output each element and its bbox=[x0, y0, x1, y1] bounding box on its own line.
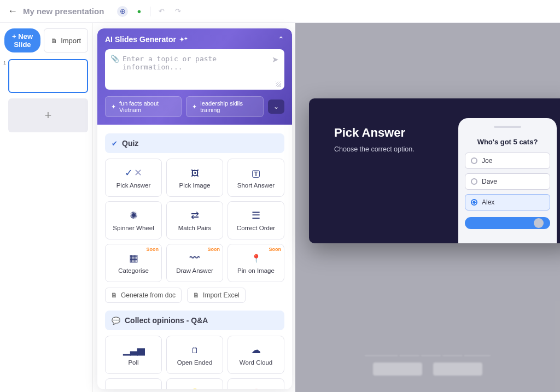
slide-preview: Pick Answer Choose the correct option. W… bbox=[309, 98, 560, 243]
phone-notch bbox=[494, 126, 521, 128]
cloud-icon bbox=[251, 344, 261, 356]
slide-thumbnail-1[interactable] bbox=[8, 59, 88, 93]
presentation-title[interactable]: My new presentation bbox=[23, 7, 104, 16]
preview-submit-slider bbox=[465, 217, 550, 229]
tile-draw-answer[interactable]: Soon Draw Answer bbox=[166, 244, 223, 282]
doc-icon bbox=[111, 291, 118, 299]
tile-pick-image[interactable]: Pick Image bbox=[166, 159, 223, 197]
preview-subtitle: Choose the correct option. bbox=[334, 145, 449, 153]
paperclip-icon[interactable]: 📎 bbox=[110, 55, 119, 63]
import-icon bbox=[51, 37, 57, 45]
draw-icon bbox=[190, 253, 200, 264]
tile-open-ended[interactable]: Open Ended bbox=[166, 336, 223, 374]
soon-badge: Soon bbox=[208, 247, 220, 252]
generate-from-doc-button[interactable]: Generate from doc bbox=[105, 288, 182, 303]
slide-number: 1 bbox=[3, 60, 6, 66]
tile-short-answer[interactable]: Short Answer bbox=[228, 159, 284, 197]
categorise-icon bbox=[129, 252, 138, 264]
radio-icon bbox=[471, 157, 477, 164]
radio-icon bbox=[471, 178, 477, 185]
slide-panel: + New Slide Import 1 + bbox=[0, 23, 93, 392]
radio-icon bbox=[471, 199, 477, 206]
import-button[interactable]: Import bbox=[44, 28, 88, 52]
collapse-button[interactable]: ⌃ bbox=[278, 35, 284, 44]
image-icon bbox=[191, 167, 199, 179]
soon-badge: Soon bbox=[269, 247, 282, 252]
back-button[interactable]: ← bbox=[8, 5, 18, 17]
preview-title: Pick Answer bbox=[334, 126, 449, 140]
import-excel-button[interactable]: Import Excel bbox=[187, 288, 246, 303]
chevron-down-icon: ⌄ bbox=[273, 103, 279, 110]
quiz-icon: ✔ bbox=[112, 139, 118, 148]
tile-scales[interactable]: Scales bbox=[105, 378, 162, 389]
tile-word-cloud[interactable]: Word Cloud bbox=[228, 336, 284, 374]
slider-knob bbox=[534, 218, 544, 228]
qa-icon bbox=[252, 387, 261, 390]
tile-brainstorm[interactable]: Brainstorm bbox=[166, 378, 223, 389]
tile-match-pairs[interactable]: Match Pairs bbox=[166, 201, 223, 239]
add-slide-tile[interactable]: + bbox=[8, 98, 88, 132]
tile-categorise[interactable]: Soon Categorise bbox=[105, 244, 162, 282]
order-icon bbox=[252, 209, 260, 221]
ai-generator-block: AI Slides Generator✦⁺ ⌃ 📎 ➤ ✦ fun facts … bbox=[97, 28, 292, 125]
brainstorm-icon bbox=[190, 387, 200, 390]
resize-handle[interactable] bbox=[276, 81, 281, 87]
pairs-icon bbox=[191, 209, 199, 221]
tile-pick-answer[interactable]: Pick Answer bbox=[105, 159, 162, 197]
phone-mock: Who's got 5 cats? Joe Dave Alex bbox=[458, 118, 557, 243]
plus-icon: + bbox=[45, 108, 52, 122]
tile-qa[interactable]: Q&A bbox=[228, 378, 284, 389]
section-header-quiz: ✔ Quiz bbox=[105, 133, 284, 153]
suggestion-chip[interactable]: ✦ leadership skills training bbox=[186, 96, 264, 117]
preview-option: Joe bbox=[465, 153, 550, 169]
ai-generator-title: AI Slides Generator✦⁺ bbox=[105, 35, 188, 44]
blurred-text: ————— ——— ——— ——— ———— bbox=[365, 352, 490, 359]
wheel-icon bbox=[130, 209, 138, 221]
redo-button[interactable]: ↷ bbox=[172, 6, 183, 17]
canvas-area: Pick Answer Choose the correct option. W… bbox=[295, 23, 560, 392]
pin-icon bbox=[251, 253, 261, 264]
check-cross-icon bbox=[125, 167, 142, 179]
chat-icon: 💬 bbox=[112, 317, 120, 325]
open-ended-icon bbox=[191, 344, 199, 356]
tile-spinner-wheel[interactable]: Spinner Wheel bbox=[105, 201, 162, 239]
section-header-collect: 💬 Collect opinions - Q&A bbox=[105, 311, 284, 330]
slide-type-panel: AI Slides Generator✦⁺ ⌃ 📎 ➤ ✦ fun facts … bbox=[97, 28, 292, 389]
globe-icon[interactable]: ⊕ bbox=[117, 6, 128, 17]
soon-badge: Soon bbox=[147, 247, 159, 252]
sparkles-icon: ✦ bbox=[192, 103, 197, 110]
tile-correct-order[interactable]: Correct Order bbox=[228, 201, 284, 239]
sparkles-icon: ✦ bbox=[111, 103, 116, 110]
plus-icon: + bbox=[12, 32, 18, 40]
sparkles-icon: ✦⁺ bbox=[179, 36, 188, 43]
ai-prompt-input[interactable] bbox=[112, 55, 278, 71]
more-suggestions-button[interactable]: ⌄ bbox=[268, 100, 284, 114]
text-icon bbox=[252, 167, 260, 179]
poll-icon bbox=[123, 344, 144, 356]
saved-check-icon: ● bbox=[133, 6, 144, 17]
excel-icon bbox=[193, 291, 200, 299]
preview-option-selected: Alex bbox=[465, 194, 550, 210]
send-icon[interactable]: ➤ bbox=[272, 55, 279, 65]
undo-button[interactable]: ↶ bbox=[156, 6, 167, 17]
scale-icon bbox=[130, 387, 137, 389]
preview-question: Who's got 5 cats? bbox=[465, 138, 550, 146]
tile-pin-on-image[interactable]: Soon Pin on Image bbox=[228, 244, 284, 282]
separator bbox=[150, 7, 150, 16]
preview-option: Dave bbox=[465, 173, 550, 190]
tile-poll[interactable]: Poll bbox=[105, 336, 162, 374]
suggestion-chip[interactable]: ✦ fun facts about Vietnam bbox=[105, 96, 182, 117]
ai-prompt-box[interactable]: 📎 ➤ bbox=[105, 49, 284, 90]
new-slide-button[interactable]: + New Slide bbox=[4, 28, 40, 52]
blurred-buttons bbox=[373, 362, 482, 376]
